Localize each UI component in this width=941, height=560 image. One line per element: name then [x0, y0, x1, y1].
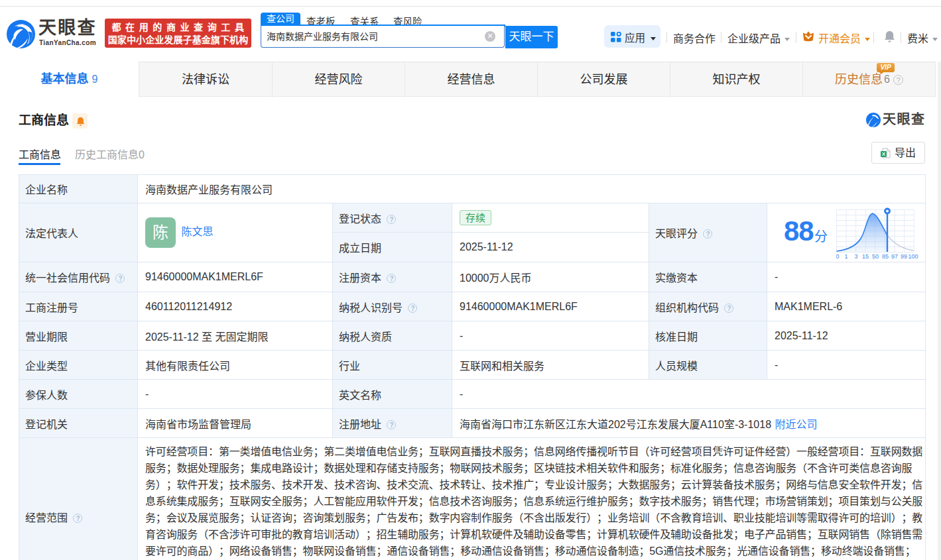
svg-text:1: 1 — [844, 253, 847, 260]
svg-text:50: 50 — [872, 253, 879, 260]
svg-text:97: 97 — [891, 253, 898, 260]
svg-text:0: 0 — [836, 253, 840, 260]
svg-text:15: 15 — [862, 253, 869, 260]
svg-text:3: 3 — [854, 253, 857, 260]
svg-text:99: 99 — [901, 253, 907, 260]
svg-text:X: X — [882, 151, 886, 157]
svg-text:85: 85 — [882, 253, 889, 260]
svg-text:100: 100 — [908, 253, 918, 260]
